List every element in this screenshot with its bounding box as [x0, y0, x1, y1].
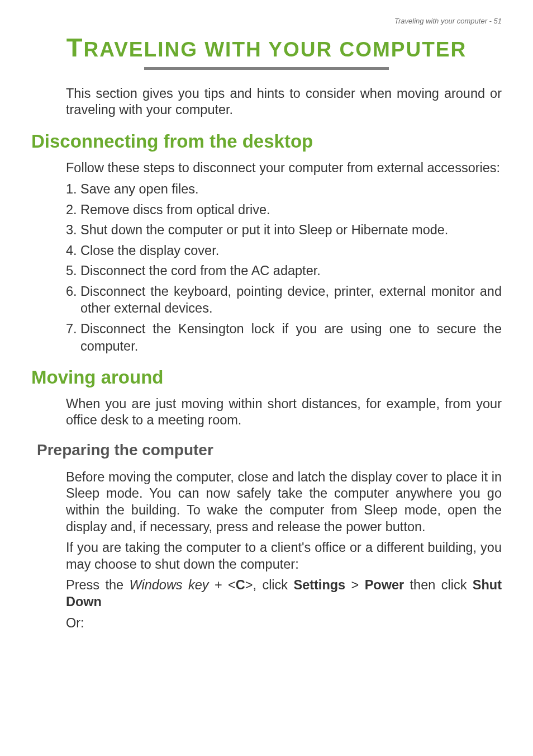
list-item-text: Shut down the computer or put it into Sl… [80, 223, 448, 237]
preparing-para-1: Before moving the computer, close and la… [66, 469, 502, 535]
disconnect-intro: Follow these steps to disconnect your co… [66, 160, 502, 176]
list-item: 5.Disconnect the cord from the AC adapte… [66, 262, 502, 280]
list-item: 4.Close the display cover. [66, 242, 502, 259]
text-gt: > [345, 578, 364, 592]
list-item-text: Disconnect the keyboard, pointing device… [80, 284, 502, 316]
text-plus: + < [209, 578, 236, 592]
key-c: C [236, 578, 245, 592]
list-item: 7.Disconnect the Kensington lock if you … [66, 320, 502, 355]
settings-label: Settings [293, 578, 345, 592]
list-item-text: Remove discs from optical drive. [80, 202, 270, 217]
text-press: Press the [66, 578, 130, 592]
intro-paragraph: This section gives you tips and hints to… [66, 86, 502, 119]
list-item: 2.Remove discs from optical drive. [66, 201, 502, 219]
disconnect-steps: 1.Save any open files. 2.Remove discs fr… [66, 181, 502, 355]
list-item: 6.Disconnect the keyboard, pointing devi… [66, 283, 502, 317]
list-item-text: Disconnect the Kensington lock if you ar… [80, 322, 502, 353]
section-moving-around: Moving around When you are just moving w… [31, 367, 502, 429]
windows-key-text: Windows key [130, 578, 209, 592]
page-title: TRAVELING WITH YOUR COMPUTER [31, 32, 502, 63]
text-then-click: then click [404, 578, 473, 592]
list-item-text: Save any open files. [80, 182, 199, 196]
list-item-text: Close the display cover. [80, 243, 219, 258]
list-item: 3.Shut down the computer or put it into … [66, 221, 502, 239]
section-disconnecting: Disconnecting from the desktop Follow th… [31, 131, 502, 355]
preparing-shortcut-line: Press the Windows key + <C>, click Setti… [66, 577, 502, 610]
text-close-click: >, click [245, 578, 294, 592]
heading-preparing: Preparing the computer [37, 441, 502, 459]
running-header: Traveling with your computer - 51 [31, 17, 502, 25]
power-label: Power [365, 578, 404, 592]
preparing-para-2: If you are taking the computer to a clie… [66, 540, 502, 573]
list-item-text: Disconnect the cord from the AC adapter. [80, 263, 321, 278]
title-rest: RAVELING WITH YOUR COMPUTER [83, 38, 467, 61]
section-preparing: Preparing the computer Before moving the… [31, 441, 502, 631]
title-first-letter: T [66, 32, 84, 62]
title-underline [144, 67, 389, 70]
heading-moving-around: Moving around [31, 367, 502, 388]
or-label: Or: [66, 615, 502, 632]
moving-intro: When you are just moving within short di… [66, 396, 502, 429]
list-item: 1.Save any open files. [66, 181, 502, 198]
heading-disconnecting: Disconnecting from the desktop [31, 131, 502, 152]
